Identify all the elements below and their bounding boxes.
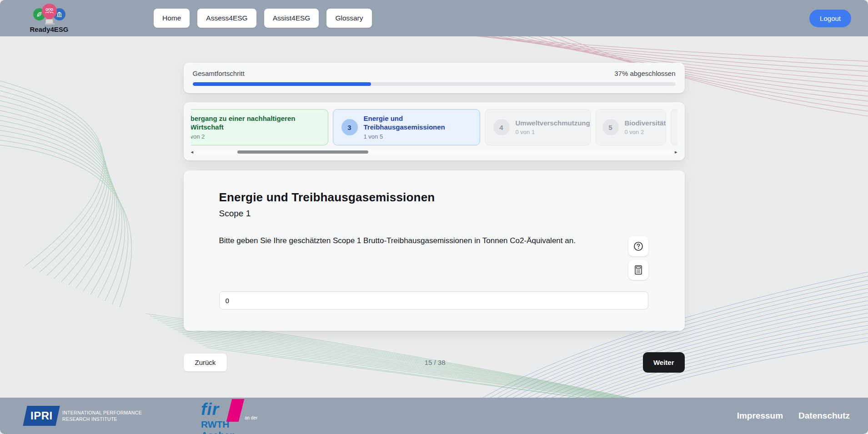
question-subtitle: Scope 1 xyxy=(219,209,648,219)
progress-card: Gesamtfortschritt 37% abgeschlossen xyxy=(184,63,685,93)
step-number-badge: 3 xyxy=(341,119,358,135)
step-title: Energie und Treibhausgasemissionen xyxy=(364,115,472,132)
step-number-badge: 5 xyxy=(602,119,619,135)
step-progress: 0 von 1 xyxy=(516,129,590,135)
ipri-line2: RESEARCH INSTITUTE xyxy=(62,416,142,422)
footer: IPRI INTERNATIONAL PERFORMANCE RESEARCH … xyxy=(0,398,868,434)
help-icon xyxy=(633,241,643,251)
carousel-left-arrow-icon[interactable]: ◂ xyxy=(191,150,194,155)
logout-button[interactable]: Logout xyxy=(809,10,851,27)
step-card-partial[interactable] xyxy=(671,109,677,145)
carousel-scrollbar-thumb[interactable] xyxy=(237,150,368,154)
help-button[interactable] xyxy=(628,236,648,256)
progress-fill xyxy=(193,82,371,86)
step-title: Biodiversität xyxy=(625,119,666,128)
fir-rwth-logo: fir an der RWTH Aachen xyxy=(201,402,260,430)
laptop-icon xyxy=(45,19,53,24)
carousel-right-arrow-icon[interactable]: ▸ xyxy=(675,150,677,155)
step-number-badge: 4 xyxy=(493,119,510,135)
header: Ready4ESG Home Assess4ESG Assist4ESG Glo… xyxy=(0,0,868,36)
carousel-scrollbar[interactable] xyxy=(196,150,672,155)
step-title: Umweltverschmutzung xyxy=(516,119,590,128)
progress-label: Gesamtfortschritt xyxy=(193,70,245,77)
question-category-title: Energie und Treibhausgasemissionen xyxy=(219,190,648,205)
page-indicator: 15 / 38 xyxy=(227,359,643,366)
fir-slab-shape xyxy=(226,399,244,422)
question-card: Energie und Treibhausgasemissionen Scope… xyxy=(184,170,685,331)
step-progress: 1 von 5 xyxy=(364,133,472,140)
calculator-button[interactable] xyxy=(628,260,648,280)
nav-glossary-button[interactable]: Glossary xyxy=(326,9,371,28)
step-card-completed[interactable]: bergang zu einer nachhaltigeren Wirtscha… xyxy=(191,109,328,145)
next-button[interactable]: Weiter xyxy=(643,352,685,373)
ipri-line1: INTERNATIONAL PERFORMANCE xyxy=(62,409,142,416)
back-button[interactable]: Zurück xyxy=(184,354,227,371)
answer-input[interactable] xyxy=(219,291,648,309)
step-carousel: bergang zu einer nachhaltigeren Wirtscha… xyxy=(184,102,685,160)
nav-assist4esg-button[interactable]: Assist4ESG xyxy=(264,9,319,28)
people-icon xyxy=(42,4,57,19)
ipri-logo: IPRI INTERNATIONAL PERFORMANCE RESEARCH … xyxy=(25,406,142,426)
progress-track xyxy=(193,82,676,86)
main-nav: Home Assess4ESG Assist4ESG Glossary xyxy=(154,9,372,28)
step-progress: von 2 xyxy=(191,133,320,140)
calculator-icon xyxy=(634,265,642,275)
bottom-navigation: Zurück 15 / 38 Weiter xyxy=(184,352,685,373)
step-card-active[interactable]: 3 Energie und Treibhausgasemissionen 1 v… xyxy=(333,109,480,145)
nav-home-button[interactable]: Home xyxy=(154,9,190,28)
brand-logo: Ready4ESG xyxy=(20,4,79,33)
datenschutz-link[interactable]: Datenschutz xyxy=(798,411,850,421)
step-card-umweltverschmutzung[interactable]: 4 Umweltverschmutzung 0 von 1 xyxy=(485,109,591,145)
progress-status: 37% abgeschlossen xyxy=(614,70,675,77)
question-prompt: Bitte geben Sie Ihre geschätzten Scope 1… xyxy=(219,236,628,280)
step-progress: 0 von 2 xyxy=(625,129,666,135)
step-title: bergang zu einer nachhaltigeren Wirtscha… xyxy=(191,115,320,132)
nav-assess4esg-button[interactable]: Assess4ESG xyxy=(197,9,256,28)
step-card-biodiversitaet[interactable]: 5 Biodiversität 0 von 2 xyxy=(596,109,666,145)
brand-label: Ready4ESG xyxy=(30,25,68,33)
impressum-link[interactable]: Impressum xyxy=(737,411,783,421)
